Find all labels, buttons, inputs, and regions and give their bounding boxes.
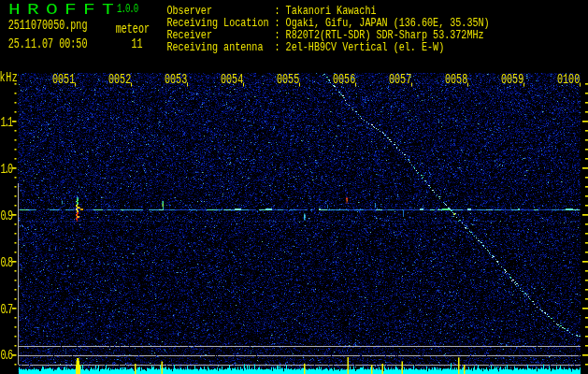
info-label-observer: Observer bbox=[167, 6, 212, 18]
time-label-0051: 0051 bbox=[52, 74, 75, 87]
time-label-0058: 0058 bbox=[445, 74, 467, 87]
app-title-letter: O bbox=[46, 3, 58, 18]
freq-label-1_0: 1.0 bbox=[0, 164, 11, 177]
info-sep-observer: : bbox=[275, 6, 280, 18]
observation-datetime: 25.11.07 00:50 bbox=[8, 38, 88, 51]
info-label-receiver: Receiver bbox=[167, 30, 212, 42]
hrofft-screen: H R O F F T 1.0.0 2511070050.png meteor … bbox=[0, 0, 588, 374]
app-version: 1.0.0 bbox=[117, 3, 137, 15]
app-title-letter: F bbox=[65, 3, 77, 18]
time-label-0100: 0100 bbox=[557, 74, 580, 87]
info-value-observer: Takanori Kawachi bbox=[286, 6, 377, 18]
time-label-0054: 0054 bbox=[221, 74, 243, 87]
freq-label-0_9: 0.9 bbox=[0, 210, 11, 223]
info-sep-receiver: : bbox=[275, 30, 280, 42]
info-label-antenna: Receiving antenna bbox=[167, 42, 264, 54]
time-label-0052: 0052 bbox=[108, 74, 131, 87]
echo-count: 11 bbox=[132, 38, 143, 51]
freq-label-0_8: 0.8 bbox=[0, 257, 11, 270]
info-sep-location: : bbox=[275, 18, 280, 30]
info-label-location: Receiving Location bbox=[167, 18, 269, 30]
freq-axis-unit: kHz bbox=[0, 72, 18, 85]
freq-label-1_1: 1.1 bbox=[0, 117, 11, 130]
time-label-0057: 0057 bbox=[389, 74, 411, 87]
time-label-0059: 0059 bbox=[501, 74, 523, 87]
freq-label-0_6: 0.6 bbox=[0, 350, 11, 363]
mode-label: meteor bbox=[116, 23, 150, 36]
info-value-receiver: R820T2(RTL-SDR) SDR-Sharp 53.372MHz bbox=[286, 30, 484, 42]
output-filename: 2511070050.png bbox=[8, 20, 88, 33]
time-label-0053: 0053 bbox=[165, 74, 187, 87]
info-sep-antenna: : bbox=[275, 42, 280, 54]
app-title-letter: H bbox=[8, 3, 21, 18]
spectrogram-canvas bbox=[0, 0, 588, 374]
info-value-antenna: 2el-HB9CV Vertical (el. E-W) bbox=[286, 42, 445, 54]
app-title-letter: R bbox=[27, 3, 39, 18]
time-label-0055: 0055 bbox=[277, 74, 299, 87]
time-label-0056: 0056 bbox=[333, 74, 355, 87]
app-title-letter: T bbox=[102, 3, 114, 18]
info-value-location: Ogaki, Gifu, JAPAN (136.60E, 35.35N) bbox=[286, 18, 490, 30]
freq-label-0_7: 0.7 bbox=[0, 304, 11, 317]
app-title-letter: F bbox=[83, 3, 95, 18]
